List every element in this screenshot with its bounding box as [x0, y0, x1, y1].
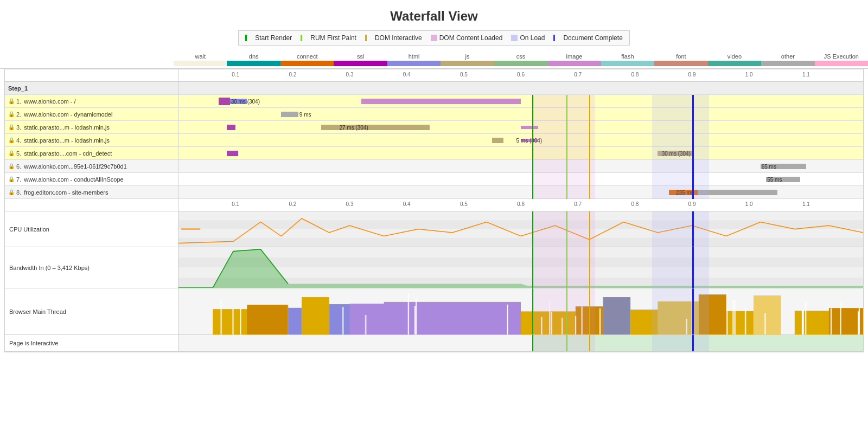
- row-label-empty: [5, 69, 178, 81]
- time-tick: 0.8: [631, 72, 639, 78]
- request-row[interactable]: 🔒5.static.parasto....com - cdn_detect30 …: [5, 147, 863, 160]
- chart-canvas: [178, 288, 863, 334]
- resource-type-color-bar: [601, 61, 654, 66]
- legend-item: On Load: [511, 34, 545, 42]
- resource-type-label: other: [781, 53, 795, 60]
- request-label: static.parasto...m - lodash.min.js: [24, 137, 110, 144]
- page-title: Waterfall View: [0, 0, 868, 30]
- legend-label: On Load: [520, 34, 545, 42]
- resource-type-item: connect: [280, 53, 334, 66]
- time-tick: 1.0: [745, 201, 753, 207]
- row-label-empty: [5, 199, 178, 211]
- resource-type-color-bar: [761, 61, 814, 66]
- time-tick: 0.1: [232, 72, 239, 78]
- legend-color-swatch: [245, 35, 253, 41]
- time-tick: 1.0: [745, 72, 753, 78]
- step-row: Step_1: [5, 82, 863, 95]
- time-tick: 0.2: [289, 201, 296, 207]
- time-tick: 0.4: [403, 72, 411, 78]
- row-label-cell: 🔒5.static.parasto....com - cdn_detect: [5, 147, 178, 159]
- timeline-cell: 9 ms: [178, 108, 863, 120]
- timeline-cell: 235 ms: [178, 186, 863, 198]
- request-index: 7.: [16, 176, 21, 183]
- time-tick: 0.5: [460, 72, 468, 78]
- request-index: 4.: [16, 137, 21, 144]
- section-label: Browser Main Thread: [5, 288, 178, 334]
- resource-type-item: video: [708, 53, 761, 66]
- request-row[interactable]: 🔒7.www.alonko.com - conductAllInScope55 …: [5, 173, 863, 186]
- legend-color-swatch: [365, 35, 373, 41]
- request-bar: [361, 99, 521, 104]
- resource-type-label: video: [727, 53, 742, 60]
- resource-type-item: font: [654, 53, 707, 66]
- request-bar: [281, 112, 298, 117]
- waterfall-container: 0.10.20.30.40.50.60.70.80.91.01.1Step_1🔒…: [4, 69, 864, 352]
- time-ruler-row: 0.10.20.30.40.50.60.70.80.91.01.1: [5, 69, 863, 82]
- section-label: Page is Interactive: [5, 335, 178, 351]
- step-timeline-cell: [178, 82, 863, 94]
- chart-section-row: Page is Interactive: [5, 335, 863, 352]
- request-row[interactable]: 🔒6.www.alonko.com...95e1-061f29c7b0d165 …: [5, 160, 863, 173]
- time-tick: 0.4: [403, 201, 411, 207]
- legend-label: RUM First Paint: [310, 34, 356, 42]
- resource-type-label: js: [465, 53, 470, 60]
- resource-type-color-bar: [815, 61, 868, 66]
- time-tick: 1.1: [802, 201, 810, 207]
- time-tick: 0.2: [289, 72, 296, 78]
- legend-label: DOM Interactive: [375, 34, 422, 42]
- lock-icon: 🔒: [8, 137, 15, 143]
- row-label-cell: 🔒2.www.alonko.com - dynamicmodel: [5, 108, 178, 120]
- request-label: www.alonko.com...95e1-061f29c7b0d1: [24, 163, 127, 170]
- chart-canvas: [178, 247, 863, 288]
- request-index: 5.: [16, 150, 21, 157]
- resource-type-item: css: [494, 53, 547, 66]
- resource-type-item: html: [387, 53, 441, 66]
- lock-icon: 🔒: [8, 111, 15, 117]
- legend-label: Document Complete: [563, 34, 622, 42]
- resource-type-item: image: [547, 53, 601, 66]
- time-ruler: 0.10.20.30.40.50.60.70.80.91.01.1: [178, 199, 863, 211]
- lock-icon: 🔒: [8, 150, 15, 156]
- request-row[interactable]: 🔒1.www.alonko.com - /30 ms (304): [5, 95, 863, 108]
- timeline-cell: 55 ms: [178, 173, 863, 185]
- timeline-cell: 65 ms: [178, 160, 863, 172]
- resource-type-color-bar: [494, 61, 547, 66]
- chart-section-row: Browser Main Thread: [5, 288, 863, 335]
- chart-cell: [178, 247, 863, 288]
- resource-type-label: font: [676, 53, 686, 60]
- time-tick: 0.3: [346, 201, 354, 207]
- lock-icon: 🔒: [8, 124, 15, 130]
- request-label: static.parasto....com - cdn_detect: [24, 150, 112, 157]
- request-bar: [321, 125, 430, 130]
- time-tick: 0.3: [346, 72, 354, 78]
- legend-color-swatch: [301, 35, 308, 41]
- resource-type-label: connect: [297, 53, 318, 60]
- row-label-cell: 🔒1.www.alonko.com - /: [5, 95, 178, 107]
- resource-type-color-bar: [441, 61, 494, 66]
- row-label-cell: 🔒3.static.parasto...m - lodash.min.js: [5, 121, 178, 133]
- bar-label: 55 ms: [767, 176, 782, 182]
- resource-type-color-bar: [280, 61, 334, 66]
- time-ruler-row: 0.10.20.30.40.50.60.70.80.91.01.1: [5, 199, 863, 211]
- request-row[interactable]: 🔒8.frog.editorx.com - site-members235 ms: [5, 186, 863, 199]
- request-bar: [698, 190, 777, 195]
- request-row[interactable]: 🔒3.static.parasto...m - lodash.min.js27 …: [5, 121, 863, 134]
- resource-type-color-bar: [708, 61, 761, 66]
- lock-icon: 🔒: [8, 176, 15, 182]
- row-label-cell: 🔒8.frog.editorx.com - site-members: [5, 186, 178, 198]
- timeline-cell: 30 ms (304): [178, 147, 863, 159]
- bar-label: 27 ms (304): [339, 124, 368, 130]
- request-bar: [227, 151, 238, 156]
- request-row[interactable]: 🔒4.static.parasto...m - lodash.min.js5 m…: [5, 134, 863, 147]
- time-tick: 0.9: [688, 201, 696, 207]
- request-row[interactable]: 🔒2.www.alonko.com - dynamicmodel9 ms: [5, 108, 863, 121]
- row-label-cell: 🔒7.www.alonko.com - conductAllInScope: [5, 173, 178, 185]
- legend-item: Document Complete: [553, 34, 622, 42]
- timeline-cell: 30 ms (304): [178, 95, 863, 107]
- section-label: CPU Utilization: [5, 211, 178, 247]
- resource-type-color-bar: [227, 61, 280, 66]
- time-tick: 0.7: [574, 201, 582, 207]
- lock-icon: 🔒: [8, 189, 15, 195]
- resource-type-item: flash: [601, 53, 654, 66]
- request-bar: [521, 126, 538, 129]
